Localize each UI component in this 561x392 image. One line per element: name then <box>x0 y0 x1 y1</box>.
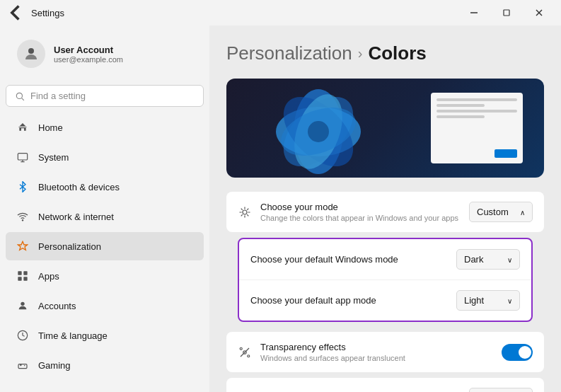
sidebar-item-system[interactable]: System <box>6 143 204 171</box>
sidebar-item-network-label: Network & internet <box>38 212 114 222</box>
user-info: User Account user@example.com <box>54 45 123 64</box>
sidebar-item-accounts-label: Accounts <box>38 301 76 311</box>
transparency-icon <box>238 345 252 359</box>
choose-mode-dropdown[interactable]: Custom <box>469 202 533 222</box>
sidebar-item-apps-label: Apps <box>38 271 59 282</box>
window-controls <box>458 1 555 24</box>
page-header: Personalization › Colors <box>226 42 544 64</box>
sidebar-item-apps[interactable]: Apps <box>6 262 204 290</box>
svg-point-23 <box>308 121 329 142</box>
search-input[interactable] <box>30 91 195 101</box>
title-bar: Settings <box>0 0 561 25</box>
time-icon <box>16 328 30 342</box>
app-title: Settings <box>31 8 64 18</box>
system-icon <box>16 150 30 164</box>
preview-wallpaper <box>248 82 396 178</box>
windows-mode-row: Choose your default Windows mode Dark <box>239 239 531 280</box>
home-icon <box>16 120 30 134</box>
sidebar-item-system-label: System <box>38 152 69 163</box>
accounts-icon <box>16 299 30 313</box>
windows-mode-label: Choose your default Windows mode <box>250 254 448 265</box>
svg-point-15 <box>21 302 24 306</box>
mode-sub-card: Choose your default Windows mode Dark Ch… <box>238 238 533 322</box>
sidebar-item-gaming-label: Gaming <box>38 360 71 371</box>
close-button[interactable] <box>523 1 555 24</box>
svg-rect-7 <box>18 154 27 160</box>
taskbar-content <box>431 93 523 124</box>
sidebar-item-home-label: Home <box>38 122 63 133</box>
app-mode-label: Choose your default app mode <box>250 295 448 306</box>
toggle-knob <box>519 346 531 359</box>
svg-point-26 <box>240 347 242 350</box>
user-profile[interactable]: User Account user@example.com <box>6 31 204 76</box>
search-box[interactable] <box>6 85 204 107</box>
breadcrumb-separator: › <box>358 45 363 62</box>
transparency-text: Transparency effects Windows and surface… <box>260 342 493 362</box>
personalization-icon <box>16 239 30 253</box>
sidebar-item-time-label: Time & language <box>38 330 108 341</box>
breadcrumb-current: Colors <box>368 42 426 64</box>
choose-mode-text: Choose your mode Change the colors that … <box>260 202 461 222</box>
transparency-sub: Windows and surfaces appear translucent <box>260 354 493 362</box>
avatar <box>17 40 45 68</box>
breadcrumb: Personalization › Colors <box>226 42 544 64</box>
user-sub: user@example.com <box>54 55 123 64</box>
choose-mode-label: Choose your mode <box>260 202 461 212</box>
network-icon <box>16 209 30 224</box>
accent-color-card: Accent color Manual <box>226 378 544 392</box>
search-icon <box>15 91 25 101</box>
sidebar-item-bluetooth[interactable]: Bluetooth & devices <box>6 173 204 201</box>
back-button[interactable] <box>8 4 25 21</box>
mode-icon <box>238 205 252 219</box>
sidebar-item-time[interactable]: Time & language <box>6 321 204 350</box>
apps-icon <box>16 269 30 283</box>
choose-mode-card: Choose your mode Change the colors that … <box>226 192 544 232</box>
preview-taskbar <box>431 93 523 163</box>
sidebar-item-bluetooth-label: Bluetooth & devices <box>38 182 120 192</box>
transparency-card: Transparency effects Windows and surface… <box>226 332 544 372</box>
svg-rect-13 <box>18 277 21 280</box>
transparency-row: Transparency effects Windows and surface… <box>226 332 544 372</box>
sidebar-item-accounts[interactable]: Accounts <box>6 292 204 320</box>
windows-mode-dropdown[interactable]: Dark <box>456 249 520 270</box>
title-bar-left: Settings <box>8 4 64 21</box>
chevron-down-icon-2 <box>507 295 512 306</box>
app-mode-value: Light <box>464 295 484 306</box>
search-container <box>0 82 209 113</box>
taskbar-blue-btn <box>495 149 517 158</box>
preview-container <box>226 79 544 178</box>
minimize-button[interactable] <box>458 1 490 24</box>
svg-point-10 <box>22 220 23 221</box>
svg-point-4 <box>28 48 34 54</box>
app-mode-row: Choose your default app mode Light <box>239 280 531 321</box>
sidebar-item-personalization-label: Personalization <box>38 241 101 252</box>
sidebar-item-personalization[interactable]: Personalization <box>6 232 204 260</box>
svg-rect-11 <box>18 271 21 275</box>
sidebar-item-gaming[interactable]: Gaming <box>6 351 204 379</box>
chevron-up-icon <box>520 207 525 217</box>
svg-rect-1 <box>504 10 509 16</box>
taskbar-btn-area <box>431 144 523 163</box>
user-name: User Account <box>54 45 123 55</box>
breadcrumb-parent: Personalization <box>226 42 352 64</box>
chevron-down-icon <box>507 254 512 265</box>
maximize-button[interactable] <box>490 1 523 24</box>
sidebar-item-home[interactable]: Home <box>6 113 204 142</box>
accent-dropdown[interactable]: Manual <box>469 388 533 392</box>
content-area: Personalization › Colors <box>209 25 561 392</box>
transparency-label: Transparency effects <box>260 342 493 352</box>
bluetooth-icon <box>16 180 30 194</box>
svg-rect-12 <box>23 271 27 275</box>
accent-color-row: Accent color Manual <box>226 378 544 392</box>
gaming-icon <box>16 358 30 372</box>
svg-line-6 <box>22 98 24 100</box>
svg-point-24 <box>243 210 247 214</box>
svg-point-5 <box>16 93 22 98</box>
app-mode-dropdown[interactable]: Light <box>456 290 520 311</box>
main-layout: User Account user@example.com Home <box>0 25 561 392</box>
svg-point-27 <box>248 354 250 357</box>
sidebar-item-network[interactable]: Network & internet <box>6 202 204 231</box>
transparency-toggle[interactable] <box>502 344 533 361</box>
taskbar-line-2 <box>436 104 485 107</box>
svg-rect-0 <box>470 12 478 13</box>
